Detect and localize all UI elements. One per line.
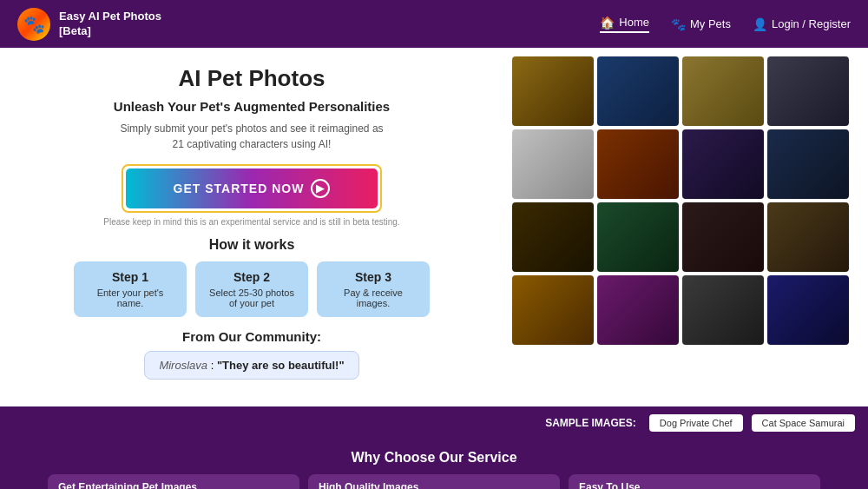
pet-image-14	[597, 275, 679, 345]
pet-image-1	[512, 56, 594, 126]
feature-cards: Get Entertaining Pet Images The AI techn…	[17, 474, 851, 489]
step-3: Step 3 Pay & receive images.	[317, 261, 430, 317]
image-row-1	[512, 56, 859, 126]
pet-image-15	[682, 275, 764, 345]
feature-card-2: High Quality Images We provide high-reso…	[308, 474, 560, 489]
pet-image-6	[597, 129, 679, 199]
sample-images-label: SAMPLE IMAGES:	[545, 417, 636, 429]
community-title: From Our Community:	[182, 329, 321, 344]
pet-image-8	[767, 129, 849, 199]
step-3-title: Step 3	[330, 270, 417, 284]
pet-image-7	[682, 129, 764, 199]
nav-my-pets[interactable]: 🐾 My Pets	[671, 17, 731, 31]
step-2-desc: Select 25-30 photos of your pet	[208, 287, 295, 308]
feature-card-1: Get Entertaining Pet Images The AI techn…	[48, 474, 299, 489]
pet-image-16	[767, 275, 849, 345]
sample-cat-samurai-button[interactable]: Cat Space Samurai	[752, 414, 855, 432]
image-row-4	[512, 275, 859, 345]
step-1-title: Step 1	[87, 270, 174, 284]
cta-arrow-icon: ▶	[311, 179, 330, 198]
beta-note: Please keep in mind this is an experimen…	[103, 217, 399, 227]
bottom-section: Why Choose Our Service Get Entertaining …	[0, 439, 868, 489]
description: Simply submit your pet's photos and see …	[120, 121, 383, 152]
step-1-desc: Enter your pet's name.	[87, 287, 174, 308]
pet-image-2	[597, 56, 679, 126]
feature-2-title: High Quality Images	[319, 481, 549, 489]
logo-emoji: 🐾	[23, 14, 45, 35]
pet-image-3	[682, 56, 764, 126]
pet-image-9	[512, 202, 594, 272]
step-2: Step 2 Select 25-30 photos of your pet	[195, 261, 308, 317]
steps-container: Step 1 Enter your pet's name. Step 2 Sel…	[74, 261, 430, 317]
main-nav: 🏠 Home 🐾 My Pets 👤 Login / Register	[600, 16, 851, 33]
pet-image-5	[512, 129, 594, 199]
testimonial-author: Miroslava	[159, 359, 207, 372]
subtitle: Unleash Your Pet's Augmented Personaliti…	[114, 99, 390, 114]
logo-area: 🐾 Easy AI Pet Photos [Beta]	[17, 8, 161, 41]
image-row-3	[512, 202, 859, 272]
feature-card-3: Easy To Use Transform your pet into a su…	[569, 474, 820, 489]
step-1: Step 1 Enter your pet's name.	[74, 261, 187, 317]
pet-image-11	[682, 202, 764, 272]
user-icon: 👤	[753, 17, 767, 31]
cta-wrapper: GET STARTED NOW ▶	[122, 164, 382, 213]
pet-image-4	[767, 56, 849, 126]
main-title: AI Pet Photos	[178, 65, 325, 92]
pets-icon: 🐾	[671, 17, 686, 31]
why-choose-title: Why Choose Our Service	[17, 450, 851, 466]
pet-image-10	[597, 202, 679, 272]
pet-image-12	[767, 202, 849, 272]
right-panel	[503, 48, 868, 406]
how-it-works-title: How it works	[209, 237, 295, 253]
testimonial: Miroslava : "They are so beautiful!"	[144, 351, 358, 380]
step-3-desc: Pay & receive images.	[330, 287, 417, 308]
logo-icon: 🐾	[17, 8, 50, 41]
feature-1-title: Get Entertaining Pet Images	[58, 481, 289, 489]
pet-image-13	[512, 275, 594, 345]
testimonial-text: "They are so beautiful!"	[217, 359, 345, 372]
get-started-button[interactable]: GET STARTED NOW ▶	[126, 169, 378, 208]
header-title: Easy AI Pet Photos [Beta]	[59, 10, 161, 39]
main-content: AI Pet Photos Unleash Your Pet's Augment…	[0, 48, 868, 406]
feature-3-title: Easy To Use	[579, 481, 810, 489]
sample-bar: SAMPLE IMAGES: Dog Private Chef Cat Spac…	[0, 406, 868, 439]
sample-dog-chef-button[interactable]: Dog Private Chef	[649, 414, 743, 432]
step-2-title: Step 2	[208, 270, 295, 284]
home-icon: 🏠	[600, 16, 615, 30]
header: 🐾 Easy AI Pet Photos [Beta] 🏠 Home 🐾 My …	[0, 0, 868, 48]
image-row-2	[512, 129, 859, 199]
left-panel: AI Pet Photos Unleash Your Pet's Augment…	[0, 48, 503, 406]
nav-home[interactable]: 🏠 Home	[600, 16, 649, 33]
nav-login-register[interactable]: 👤 Login / Register	[753, 17, 851, 31]
